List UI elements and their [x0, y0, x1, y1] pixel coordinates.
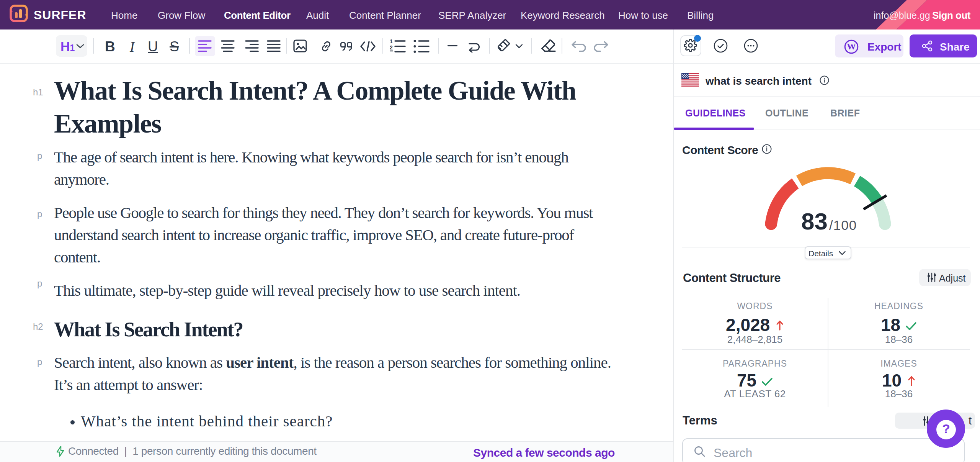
- svg-text:W: W: [847, 41, 856, 51]
- svg-text:2: 2: [390, 44, 393, 51]
- svg-text:1: 1: [390, 39, 393, 44]
